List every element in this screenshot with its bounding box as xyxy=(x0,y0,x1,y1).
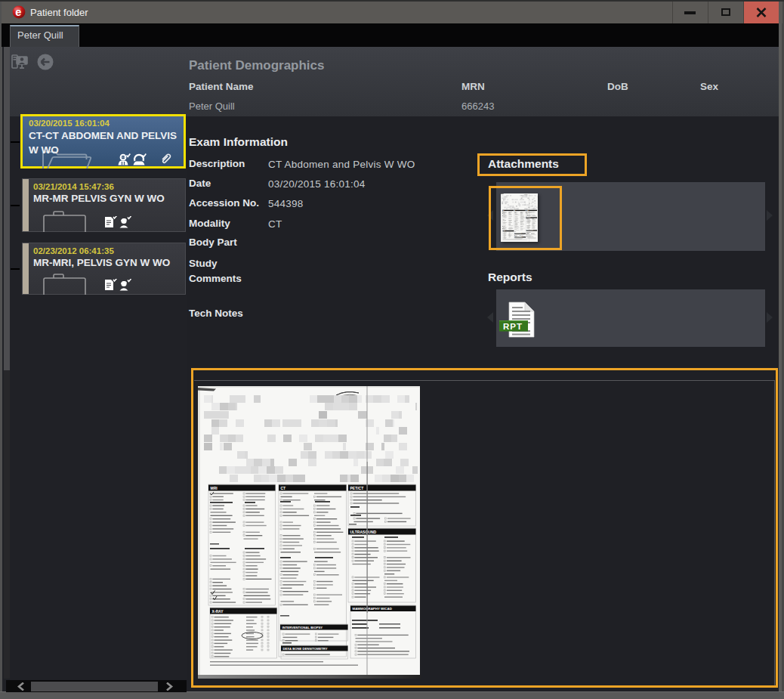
svg-text:e: e xyxy=(15,6,21,18)
svg-text:RPT: RPT xyxy=(503,322,523,331)
